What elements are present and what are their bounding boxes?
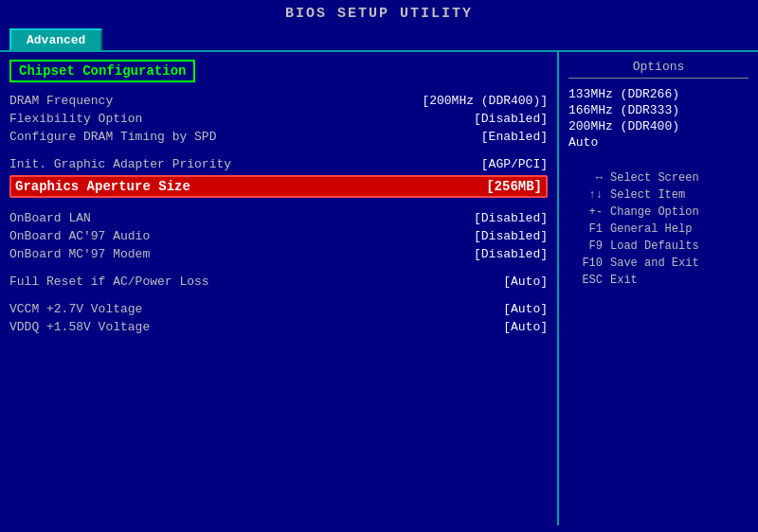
tab-row: Advanced (0, 26, 758, 52)
row-graphics-aperture[interactable]: Graphics Aperture Size [256MB] (9, 175, 548, 198)
value-graphics-aperture: [256MB] (486, 179, 542, 194)
value-onboard-modem: [Disabled] (474, 247, 548, 261)
keybinds-section: ↔ Select Screen ↑↓ Select Item +- Change… (568, 169, 749, 289)
value-vddq-voltage: [Auto] (503, 320, 548, 334)
row-dram-frequency[interactable]: DRAM Frequency [200MHz (DDR400)] (9, 92, 548, 110)
label-vddq-voltage: VDDQ +1.58V Voltage (9, 320, 150, 334)
bios-title: BIOS SETUP UTILITY (285, 6, 473, 22)
label-graphic-priority: Init. Graphic Adapter Priority (9, 157, 231, 171)
keybind-f9: F9 Load Defaults (568, 238, 749, 255)
spacer-4 (9, 291, 548, 300)
label-dram-timing: Configure DRAM Timing by SPD (9, 130, 216, 144)
value-graphic-priority: [AGP/PCI] (481, 157, 548, 171)
desc-load-defaults: Load Defaults (610, 239, 699, 253)
key-f1: F1 (568, 222, 603, 236)
row-dram-timing[interactable]: Configure DRAM Timing by SPD [Enabled] (9, 128, 548, 146)
key-arrows-h: ↔ (568, 171, 603, 185)
options-list: 133MHz (DDR266) 166MHz (DDR333) 200MHz (… (568, 86, 749, 151)
desc-change-option: Change Option (610, 205, 699, 219)
keybind-esc: ESC Exit (568, 272, 749, 289)
key-f10: F10 (568, 257, 603, 270)
row-vccm-voltage[interactable]: VCCM +2.7V Voltage [Auto] (9, 300, 548, 318)
key-arrows-v: ↑↓ (568, 188, 603, 202)
row-onboard-audio[interactable]: OnBoard AC'97 Audio [Disabled] (9, 227, 548, 245)
row-flexibility-option[interactable]: Flexibility Option [Disabled] (9, 110, 548, 128)
spacer-2 (9, 200, 548, 209)
value-flexibility-option: [Disabled] (474, 112, 548, 126)
label-onboard-modem: OnBoard MC'97 Modem (9, 247, 150, 261)
desc-select-item: Select Item (610, 188, 685, 202)
option-133mhz[interactable]: 133MHz (DDR266) (568, 86, 749, 102)
label-dram-frequency: DRAM Frequency (9, 94, 113, 108)
option-auto[interactable]: Auto (568, 134, 749, 151)
value-dram-timing: [Enabled] (481, 130, 548, 144)
label-flexibility-option: Flexibility Option (9, 112, 142, 126)
option-200mhz[interactable]: 200MHz (DDR400) (568, 118, 749, 134)
value-onboard-lan: [Disabled] (474, 211, 548, 225)
row-full-reset[interactable]: Full Reset if AC/Power Loss [Auto] (9, 273, 548, 291)
bios-screen: BIOS SETUP UTILITY Advanced Chipset Conf… (0, 0, 758, 532)
row-onboard-modem[interactable]: OnBoard MC'97 Modem [Disabled] (9, 245, 548, 263)
value-dram-frequency: [200MHz (DDR400)] (422, 94, 548, 108)
label-onboard-audio: OnBoard AC'97 Audio (9, 229, 150, 243)
desc-select-screen: Select Screen (610, 171, 699, 185)
option-166mhz[interactable]: 166MHz (DDR333) (568, 102, 749, 118)
desc-general-help: General Help (610, 222, 692, 236)
label-vccm-voltage: VCCM +2.7V Voltage (9, 302, 142, 316)
bios-title-bar: BIOS SETUP UTILITY (0, 0, 758, 26)
section-title: Chipset Configuration (9, 60, 195, 82)
value-vccm-voltage: [Auto] (503, 302, 548, 316)
desc-save-exit: Save and Exit (610, 257, 699, 270)
desc-exit: Exit (610, 274, 638, 287)
tab-advanced[interactable]: Advanced (9, 28, 102, 50)
keybind-select-item: ↑↓ Select Item (568, 186, 749, 204)
value-full-reset: [Auto] (503, 275, 548, 289)
keybind-f1: F1 General Help (568, 221, 749, 238)
keybind-select-screen: ↔ Select Screen (568, 169, 749, 186)
keybind-f10: F10 Save and Exit (568, 255, 749, 272)
row-vddq-voltage[interactable]: VDDQ +1.58V Voltage [Auto] (9, 318, 548, 336)
label-onboard-lan: OnBoard LAN (9, 211, 91, 225)
left-panel: Chipset Configuration DRAM Frequency [20… (0, 52, 559, 525)
label-graphics-aperture: Graphics Aperture Size (15, 179, 190, 194)
options-header: Options (568, 60, 749, 79)
row-onboard-lan[interactable]: OnBoard LAN [Disabled] (9, 209, 548, 227)
row-graphic-priority[interactable]: Init. Graphic Adapter Priority [AGP/PCI] (9, 155, 548, 173)
label-full-reset: Full Reset if AC/Power Loss (9, 275, 209, 289)
config-table: DRAM Frequency [200MHz (DDR400)] Flexibi… (9, 92, 548, 336)
key-esc: ESC (568, 274, 603, 287)
spacer-3 (9, 263, 548, 273)
key-plusminus: +- (568, 205, 603, 219)
right-panel: Options 133MHz (DDR266) 166MHz (DDR333) … (559, 52, 758, 525)
keybind-change-option: +- Change Option (568, 204, 749, 221)
main-layout: Chipset Configuration DRAM Frequency [20… (0, 52, 758, 525)
spacer-1 (9, 146, 548, 155)
value-onboard-audio: [Disabled] (474, 229, 548, 243)
key-f9: F9 (568, 239, 603, 253)
